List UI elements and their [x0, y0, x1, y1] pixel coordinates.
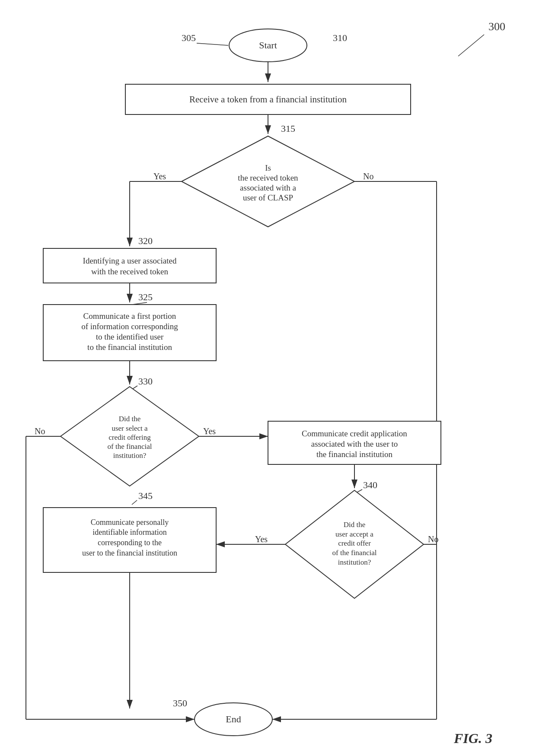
yes-label-315: Yes	[153, 172, 166, 181]
fig3-label: FIG. 3	[453, 731, 492, 746]
communicate-credit-app-line2: associated with the user to	[311, 439, 398, 448]
yes-label-330: Yes	[203, 426, 216, 436]
diamond-token-associated-line4: user of CLASP	[243, 193, 293, 202]
ref-315-label: 315	[281, 123, 295, 134]
identify-user-line2: with the received token	[91, 267, 168, 276]
communicate-pii-line3: corresponding to the	[98, 538, 162, 547]
ref-345-label: 345	[138, 490, 153, 501]
ref-300-label: 300	[488, 20, 505, 33]
diamond-user-select-line3: credit offering	[108, 433, 151, 442]
no-label-315: No	[363, 172, 373, 181]
end-label: End	[226, 714, 241, 724]
communicate-first-line4: to the financial institution	[87, 343, 172, 352]
no-label-340: No	[428, 534, 438, 544]
receive-token-label: Receive a token from a financial institu…	[189, 94, 347, 105]
communicate-pii-line2: identifiable information	[93, 528, 166, 537]
diamond-user-accept-line1: Did the	[344, 521, 366, 529]
communicate-first-line3: to the identified user	[96, 332, 164, 341]
diamond-user-select-line4: of the financial	[108, 442, 152, 451]
diamond-token-associated-line1: Is	[265, 163, 271, 172]
yes-label-340: Yes	[255, 534, 268, 544]
diamond-token-associated-line3: associated with a	[240, 183, 296, 192]
diamond-user-accept-line4: of the financial	[332, 549, 377, 557]
communicate-pii-line1: Communicate personally	[91, 518, 169, 527]
ref-320-label: 320	[138, 235, 153, 246]
communicate-pii-line4: user to the financial institution	[82, 549, 177, 557]
diamond-user-accept-line2: user accept a	[335, 530, 373, 538]
communicate-first-line1: Communicate a first portion	[83, 311, 176, 321]
diamond-token-associated-line2: the received token	[238, 173, 298, 182]
diamond-user-accept-line5: institution?	[338, 558, 371, 566]
flowchart-diagram: 300 Start 305 310 Receive a token from a…	[0, 0, 536, 756]
svg-rect-14	[43, 248, 216, 283]
communicate-credit-app-line1: Communicate credit application	[302, 429, 407, 438]
ref-310-label: 310	[333, 32, 347, 43]
communicate-first-line2: of information corresponding	[81, 322, 178, 331]
ref-350-label: 350	[173, 698, 187, 708]
identify-user-line1: Identifying a user associated	[83, 256, 177, 265]
communicate-credit-app-line3: the financial institution	[316, 450, 393, 459]
diamond-user-select-line5: institution?	[113, 451, 147, 460]
ref-325-label: 325	[138, 292, 153, 302]
ref-340-label: 340	[363, 480, 377, 490]
no-label-330: No	[35, 426, 45, 436]
diamond-user-select-line2: user select a	[112, 424, 148, 432]
diamond-user-accept-line3: credit offer	[338, 539, 371, 547]
diamond-user-select-line1: Did the	[119, 415, 141, 423]
start-label: Start	[259, 40, 277, 51]
ref-330-label: 330	[138, 376, 153, 387]
ref-305-label: 305	[182, 32, 196, 43]
